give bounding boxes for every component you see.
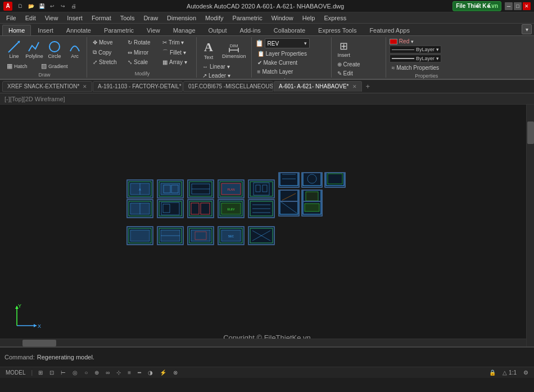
menu-tools[interactable]: Tools <box>116 13 139 22</box>
menu-draw[interactable]: Draw <box>139 13 162 22</box>
ribbon-group-properties: Red ▾ ByLayer ▾ ByLayer ▾ ≈Match Propert… <box>387 37 466 78</box>
quick-access-toolbar: 🗋 📂 💾 ↩ ↪ 🖨 <box>16 2 78 11</box>
fillet-button[interactable]: ⌒Fillet ▾ <box>160 47 194 57</box>
menu-parametric[interactable]: Parametric <box>228 13 266 22</box>
tab-xref[interactable]: XREF SNACK-EXTENTION* ✕ <box>2 81 92 92</box>
tab-featuredapps[interactable]: Featured Apps <box>363 25 416 35</box>
linetype-arrow[interactable]: ▾ <box>436 47 439 52</box>
lineweight-arrow[interactable]: ▾ <box>436 56 439 61</box>
open-button[interactable]: 📂 <box>26 2 35 11</box>
linetype-label: ByLayer <box>416 47 435 52</box>
tab-misc[interactable]: 01F.COBI675 -MISCELLANEOUS DETAIL* ✕ <box>183 81 273 92</box>
mirror-button[interactable]: ⇔Mirror <box>125 47 159 57</box>
tab-output[interactable]: Output <box>202 25 233 35</box>
tab-insert[interactable]: Insert <box>31 25 60 35</box>
status-3dosnap[interactable]: ⊕ <box>92 369 101 376</box>
stretch-icon: ⤢ <box>93 59 97 65</box>
hatch-button[interactable]: ▦ Hatch <box>4 61 38 71</box>
layer-properties-button[interactable]: 📋Layer Properties <box>255 49 309 58</box>
scale-button[interactable]: ⤡Scale <box>125 58 159 66</box>
move-button[interactable]: ✥Move <box>90 38 124 47</box>
array-button[interactable]: ▦Array ▾ <box>160 58 194 66</box>
arc-button[interactable]: Arc <box>65 38 84 61</box>
status-dynin[interactable]: ≡ <box>125 369 133 376</box>
status-annotation-scale[interactable]: △ 1:1 <box>500 369 519 376</box>
menu-format[interactable]: Format <box>88 13 115 22</box>
tab-expresstools[interactable]: Express Tools <box>312 25 363 35</box>
tab-home[interactable]: Home <box>2 25 31 35</box>
match-layer-button[interactable]: ≡Match Layer <box>255 67 309 76</box>
line-button[interactable]: Line <box>4 38 24 61</box>
edit-block-button[interactable]: ✎Edit <box>335 69 383 78</box>
tab-factory[interactable]: A-191-1103 - FACTORY-DETAIL* ✕ <box>93 81 183 92</box>
status-snap[interactable]: ⊡ <box>47 369 56 376</box>
menu-edit[interactable]: Edit <box>21 13 40 22</box>
rotate-button[interactable]: ↻Rotate <box>125 38 159 47</box>
match-properties-button[interactable]: ≈Match Properties <box>390 64 441 72</box>
tab-addins[interactable]: Add-ins <box>234 25 267 35</box>
menu-insert[interactable]: Insert <box>63 13 87 22</box>
title-bar: A 🗋 📂 💾 ↩ ↪ 🖨 Autodesk AutoCAD 2020 A-60… <box>0 0 534 12</box>
make-current-button[interactable]: ✔Make Current <box>255 58 309 67</box>
menu-modify[interactable]: Modify <box>201 13 227 22</box>
horizontal-scrollbar[interactable] <box>0 339 526 346</box>
menu-express[interactable]: Express <box>320 13 350 22</box>
status-otrack[interactable]: ∞ <box>103 369 112 376</box>
circle-button[interactable]: Circle <box>45 38 64 61</box>
status-ducs[interactable]: ⊹ <box>114 369 123 376</box>
menu-dimension[interactable]: Dimension <box>163 13 200 22</box>
status-model[interactable]: MODEL <box>3 369 28 376</box>
vertical-scrollbar[interactable] <box>526 105 534 346</box>
trim-button[interactable]: ✂Trim ▾ <box>160 38 194 47</box>
circle-icon <box>48 40 61 53</box>
close-button[interactable]: ✕ <box>523 2 531 10</box>
status-qprops[interactable]: ⚡ <box>157 369 169 376</box>
tab-collaborate[interactable]: Collaborate <box>268 25 311 35</box>
linear-button[interactable]: ↔Linear ▾ <box>200 62 234 71</box>
save-button[interactable]: 💾 <box>37 2 46 11</box>
status-polar[interactable]: ◎ <box>70 369 80 376</box>
menu-window[interactable]: Window <box>268 13 297 22</box>
status-lweight[interactable]: ━ <box>135 369 143 376</box>
text-button[interactable]: A Text <box>200 38 217 62</box>
redo-button[interactable]: ↪ <box>58 2 67 11</box>
undo-button[interactable]: ↩ <box>48 2 57 11</box>
plot-button[interactable]: 🖨 <box>69 2 78 11</box>
status-ortho[interactable]: ⊢ <box>58 369 68 376</box>
insert-button[interactable]: ⊞ Insert <box>335 38 354 60</box>
tab-annotate[interactable]: Annotate <box>60 25 97 35</box>
minimize-button[interactable]: ─ <box>505 2 513 10</box>
tab-nha[interactable]: A-601- A-621- NHABAOVE* ✕ <box>274 81 362 92</box>
status-selcyc[interactable]: ⊗ <box>171 369 180 376</box>
color-dropdown-arrow[interactable]: ▾ <box>411 39 414 44</box>
new-button[interactable]: 🗋 <box>16 2 25 11</box>
create-block-button[interactable]: ⊕Create <box>335 60 383 69</box>
stretch-button[interactable]: ⤢Stretch <box>90 58 124 66</box>
tab-manage[interactable]: Manage <box>167 25 202 35</box>
ribbon-options-button[interactable]: ▾ <box>522 24 532 34</box>
tab-parametric[interactable]: Parametric <box>98 25 140 35</box>
layer-dropdown[interactable]: REV ▾ <box>265 38 310 48</box>
status-transp[interactable]: ◑ <box>146 369 155 376</box>
gradient-button[interactable]: ▨ Gradient <box>39 61 73 71</box>
status-osnap[interactable]: ○ <box>82 369 90 376</box>
status-grid[interactable]: ⊞ <box>36 369 45 376</box>
maximize-button[interactable]: □ <box>514 2 522 10</box>
menu-help[interactable]: Help <box>298 13 319 22</box>
new-tab-button[interactable]: + <box>363 81 374 92</box>
copy-icon: ⧉ <box>93 49 97 56</box>
polyline-button[interactable]: Polyline <box>25 38 44 61</box>
leader-button[interactable]: ↗Leader ▾ <box>200 71 234 80</box>
thumb-3-1 <box>126 226 153 245</box>
status-isolate[interactable]: 🔒 <box>487 369 498 376</box>
status-workspace[interactable]: ⚙ <box>521 369 531 376</box>
menu-view[interactable]: View <box>41 13 62 22</box>
tab-view[interactable]: View <box>141 25 166 35</box>
copy-button[interactable]: ⧉Copy <box>90 47 124 57</box>
menu-file[interactable]: File <box>2 13 20 22</box>
tab-close-nha[interactable]: ✕ <box>352 84 357 89</box>
tab-close-xref[interactable]: ✕ <box>83 84 87 89</box>
dimension-button[interactable]: DIM Dimension <box>219 38 249 62</box>
viewport[interactable]: A PLAN <box>0 105 534 346</box>
svg-rect-30 <box>326 172 344 186</box>
